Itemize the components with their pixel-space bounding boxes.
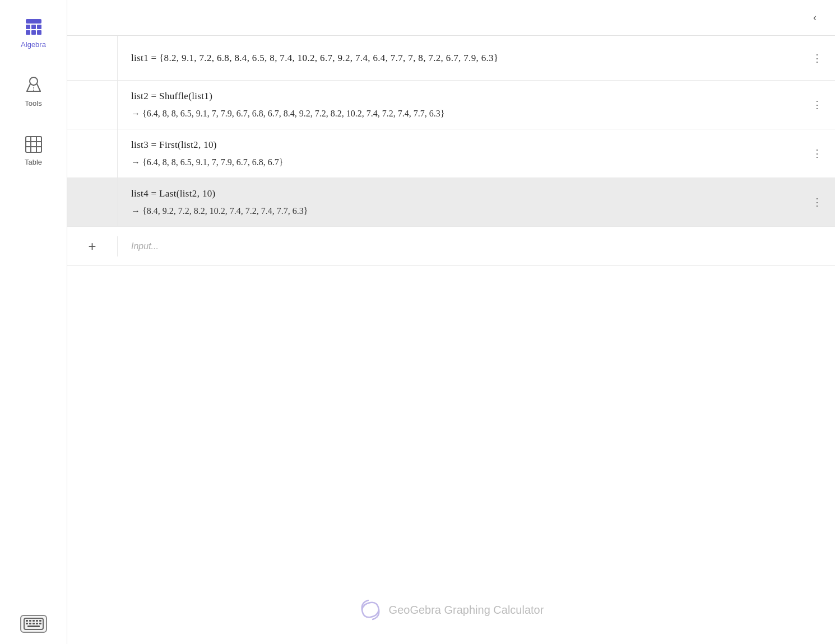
- row-gutter-4: [67, 178, 118, 226]
- formula-list4: list4 = Last(list2, 10): [131, 188, 807, 199]
- row-content-2: list2 = Shuffle(list1) → {6.4, 8, 8, 6.5…: [118, 81, 835, 129]
- tools-icon: [22, 74, 45, 97]
- footer: GeoGebra Graphing Calculator: [67, 266, 835, 644]
- row-content-4: list4 = Last(list2, 10) → {8.4, 9.2, 7.2…: [118, 178, 835, 226]
- keyboard-section: [20, 615, 47, 633]
- row-menu-button-3[interactable]: ⋮: [808, 144, 826, 162]
- svg-rect-21: [27, 626, 40, 627]
- row-content-3: list3 = First(list2, 10) → {6.4, 8, 8, 6…: [118, 129, 835, 178]
- row-menu-button-4[interactable]: ⋮: [808, 193, 826, 211]
- svg-rect-5: [26, 137, 41, 152]
- svg-rect-14: [36, 620, 38, 622]
- svg-rect-15: [39, 620, 41, 622]
- add-input-button[interactable]: +: [82, 236, 103, 256]
- keyboard-button[interactable]: [20, 615, 47, 633]
- input-row: + Input...: [67, 227, 835, 266]
- main-panel: ‹ list1 = {8.2, 9.1, 7.2, 6.8, 8.4, 6.5,…: [67, 0, 835, 644]
- svg-rect-11: [26, 620, 28, 622]
- row-content-1: list1 = {8.2, 9.1, 7.2, 6.8, 8.4, 6.5, 8…: [118, 36, 835, 80]
- collapse-button[interactable]: ‹: [806, 9, 824, 27]
- formula-list1: list1 = {8.2, 9.1, 7.2, 6.8, 8.4, 6.5, 8…: [131, 53, 807, 64]
- algebra-icon: [22, 16, 45, 38]
- row-gutter-3: [67, 129, 118, 178]
- table-row: list4 = Last(list2, 10) → {8.4, 9.2, 7.2…: [67, 178, 835, 227]
- svg-rect-18: [33, 623, 35, 624]
- sidebar: Algebra Tools Table: [0, 0, 67, 644]
- sidebar-item-table[interactable]: Table: [16, 129, 52, 171]
- table-row: list2 = Shuffle(list1) → {6.4, 8, 8, 6.5…: [67, 81, 835, 129]
- table-icon: [22, 133, 45, 156]
- svg-line-1: [27, 84, 30, 91]
- result-list4: → {8.4, 9.2, 7.2, 8.2, 10.2, 7.4, 7.2, 7…: [131, 206, 807, 216]
- row-gutter-1: [67, 36, 118, 80]
- svg-rect-19: [36, 623, 38, 624]
- svg-rect-13: [33, 620, 35, 622]
- svg-rect-17: [29, 623, 31, 624]
- svg-rect-16: [26, 623, 28, 624]
- svg-point-0: [30, 77, 38, 85]
- geogebra-logo-icon: [359, 598, 382, 622]
- svg-rect-12: [29, 620, 31, 622]
- svg-rect-20: [39, 623, 41, 624]
- result-list3: → {6.4, 8, 8, 6.5, 9.1, 7, 7.9, 6.7, 6.8…: [131, 157, 807, 167]
- row-gutter-2: [67, 81, 118, 129]
- algebra-list: list1 = {8.2, 9.1, 7.2, 6.8, 8.4, 6.5, 8…: [67, 36, 835, 644]
- brand-area: GeoGebra Graphing Calculator: [359, 598, 544, 622]
- table-row: list3 = First(list2, 10) → {6.4, 8, 8, 6…: [67, 129, 835, 178]
- sidebar-item-algebra[interactable]: Algebra: [14, 11, 53, 53]
- sidebar-item-tools[interactable]: Tools: [16, 70, 52, 112]
- input-placeholder[interactable]: Input...: [118, 241, 172, 251]
- sidebar-item-table-label: Table: [25, 158, 42, 166]
- row-menu-button-2[interactable]: ⋮: [808, 96, 826, 114]
- brand-text: GeoGebra Graphing Calculator: [389, 604, 544, 617]
- result-list2: → {6.4, 8, 8, 6.5, 9.1, 7, 7.9, 6.7, 6.8…: [131, 109, 807, 119]
- formula-list3: list3 = First(list2, 10): [131, 139, 807, 151]
- formula-list2: list2 = Shuffle(list1): [131, 91, 807, 102]
- top-bar: ‹: [67, 0, 835, 36]
- sidebar-item-tools-label: Tools: [25, 99, 41, 108]
- svg-line-2: [37, 84, 40, 91]
- sidebar-item-algebra-label: Algebra: [21, 40, 46, 49]
- input-gutter: +: [67, 236, 118, 256]
- table-row: list1 = {8.2, 9.1, 7.2, 6.8, 8.4, 6.5, 8…: [67, 36, 835, 81]
- row-menu-button-1[interactable]: ⋮: [808, 49, 826, 67]
